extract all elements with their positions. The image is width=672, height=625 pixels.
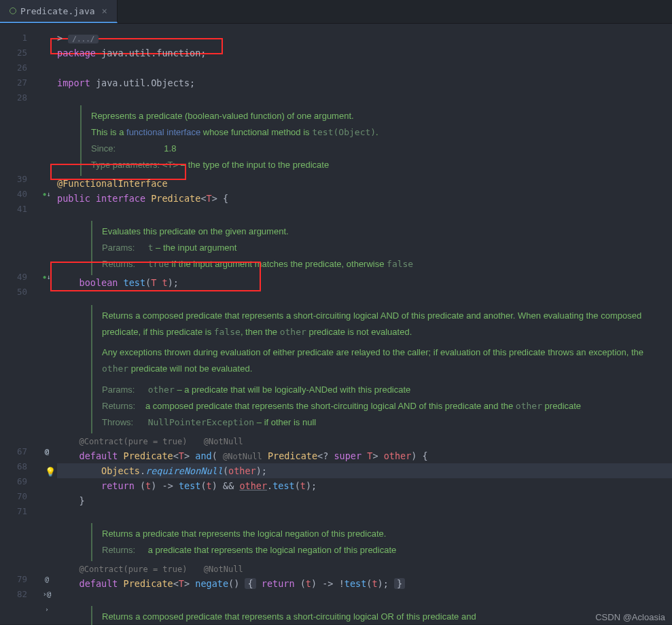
tab-predicate[interactable]: Predicate.java ×: [0, 0, 118, 23]
doc-text: This is a functional interface whose fun…: [91, 124, 672, 141]
test-javadoc: Evaluates this predicate on the given ar…: [91, 221, 672, 275]
class-javadoc: Represents a predicate (boolean-valued f…: [80, 105, 672, 176]
contract-anno: @Contract(pure = true) @NotNull: [57, 433, 672, 448]
doc-text: Evaluates this predicate on the given ar…: [102, 224, 672, 240]
doc-text: Returns a composed predicate that repres…: [102, 308, 648, 340]
or-javadoc: Returns a composed predicate that repres…: [91, 606, 648, 625]
doc-text: Returns a predicate that represents the …: [102, 526, 672, 542]
close-icon[interactable]: ×: [102, 5, 107, 16]
doc-return: Returns: a composed predicate that repre…: [102, 398, 648, 414]
and-body-2: return (t) -> test(t) && other.test(t);: [57, 478, 672, 493]
doc-param: Params: other – a predicate that will be…: [102, 382, 648, 398]
doc-since: Since: 1.8: [91, 141, 672, 157]
doc-throws: Throws: NullPointerException – if other …: [102, 414, 648, 431]
and-javadoc: Returns a composed predicate that repres…: [91, 305, 648, 433]
class-signature: public interface Predicate<T> {: [57, 191, 672, 206]
editor[interactable]: 125262728394041495067686970717982 @ › > …: [0, 24, 672, 624]
doc-text: Represents a predicate (boolean-valued f…: [91, 108, 672, 124]
blank: [57, 206, 672, 221]
tab-filename: Predicate.java: [20, 6, 95, 16]
import-line: import java.util.Objects;: [57, 75, 672, 90]
blank: [57, 290, 672, 305]
doc-param: Params: t – the input argument: [102, 240, 672, 256]
and-close: }: [57, 493, 672, 508]
blank: [57, 591, 672, 606]
interface-icon: [10, 7, 16, 14]
contract-anno-2: @Contract(pure = true) @NotNull: [57, 561, 672, 576]
package-line: package java.util.function;: [57, 46, 672, 60]
doc-text: Any exceptions thrown during evaluation …: [102, 344, 648, 377]
tab-bar: Predicate.java ×: [0, 0, 672, 24]
negate-method: default Predicate<T> negate() { return (…: [57, 576, 672, 591]
doc-typeparam: Type parameters: <T> – the type of the i…: [91, 157, 672, 173]
negate-javadoc: Returns a predicate that represents the …: [91, 523, 672, 561]
blank: [57, 508, 672, 523]
doc-link[interactable]: functional interface: [126, 127, 200, 137]
and-signature: default Predicate<T> and( @NotNull Predi…: [57, 448, 672, 463]
doc-return: Returns: a predicate that represents the…: [102, 542, 672, 558]
lightbulb-icon[interactable]: 💡: [45, 465, 56, 480]
line-numbers: 125262728394041495067686970717982: [0, 24, 41, 624]
doc-return: Returns: true if the input argument matc…: [102, 256, 672, 272]
gutter-marks: @ ›: [41, 24, 53, 624]
doc-exc-link[interactable]: NullPointerException: [148, 417, 255, 427]
code-area[interactable]: > /.../ package java.util.function; impo…: [53, 24, 672, 624]
test-method: boolean test(T t);: [57, 275, 672, 290]
blank: [57, 90, 672, 105]
doc-text: Returns a composed predicate that repres…: [102, 609, 648, 625]
doc-code-link[interactable]: test(Object): [312, 127, 376, 137]
blank: [57, 60, 672, 75]
fold-line[interactable]: > /.../: [57, 31, 672, 46]
watermark: CSDN @Acloasia: [595, 612, 665, 622]
annotation-line: @FunctionalInterface: [57, 176, 672, 191]
and-body-1: 💡 Objects.requireNonNull(other);: [57, 463, 672, 478]
